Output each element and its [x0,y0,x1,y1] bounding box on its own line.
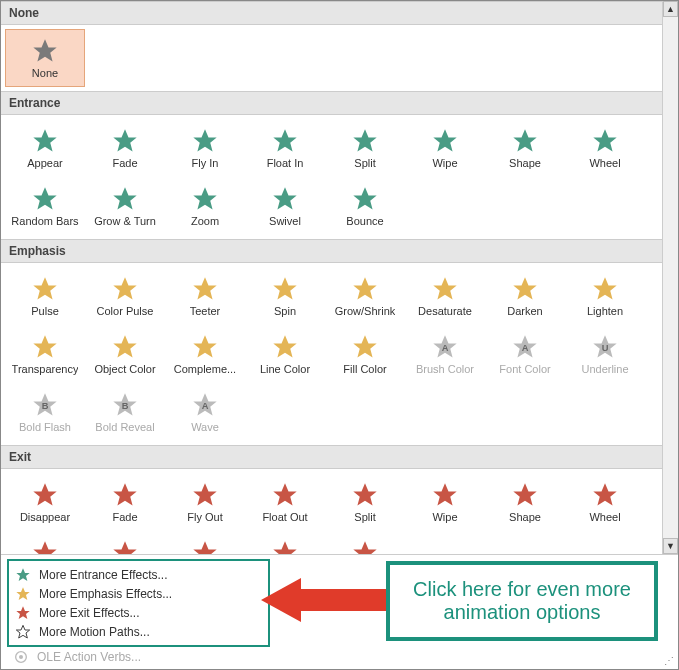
anim-entrance-bounce[interactable]: Bounce [325,177,405,235]
svg-marker-44 [433,483,456,505]
anim-emphasis-underline[interactable]: UUnderline [565,325,645,383]
anim-emphasis-pulse[interactable]: Pulse [5,267,85,325]
svg-marker-40 [113,483,136,505]
anim-exit-split[interactable]: Split [325,473,405,531]
anim-emphasis-spin[interactable]: Spin [245,267,325,325]
anim-label: Spin [274,305,296,317]
anim-label: Desaturate [418,305,472,317]
vertical-scrollbar[interactable]: ▲ ▼ [662,1,678,554]
anim-exit-shrink-turn[interactable]: Shrink & Tu... [85,531,165,554]
star-icon [511,481,539,509]
anim-emphasis-object-color[interactable]: Object Color [85,325,165,383]
anim-exit-fly-out[interactable]: Fly Out [165,473,245,531]
anim-label: Wipe [432,157,457,169]
resize-grip-icon[interactable]: ⋰ [664,655,676,667]
anim-emphasis-lighten[interactable]: Lighten [565,267,645,325]
anim-emphasis-compleme[interactable]: Compleme... [165,325,245,383]
anim-exit-shape[interactable]: Shape [485,473,565,531]
more-emphasis-effects[interactable]: More Emphasis Effects... [15,585,262,603]
svg-text:U: U [602,343,609,353]
anim-entrance-grow-turn[interactable]: Grow & Turn [85,177,165,235]
anim-exit-random-bars[interactable]: Random Bars [5,531,85,554]
svg-marker-55 [16,625,29,638]
anim-entrance-appear[interactable]: Appear [5,119,85,177]
anim-label: Disappear [20,511,70,523]
anim-entrance-split[interactable]: Split [325,119,405,177]
star-icon [431,481,459,509]
anim-entrance-random-bars[interactable]: Random Bars [5,177,85,235]
anim-entrance-wipe[interactable]: Wipe [405,119,485,177]
anim-emphasis-transparency[interactable]: Transparency [5,325,85,383]
anim-exit-swivel[interactable]: Swivel [245,531,325,554]
anim-emphasis-wave[interactable]: AWave [165,383,245,441]
more-exit-effects[interactable]: More Exit Effects... [15,604,262,622]
anim-label: Bounce [346,215,383,227]
anim-emphasis-teeter[interactable]: Teeter [165,267,245,325]
anim-none-none[interactable]: None [5,29,85,87]
svg-marker-20 [513,277,536,299]
anim-label: Float Out [262,511,307,523]
anim-exit-float-out[interactable]: Float Out [245,473,325,531]
anim-label: Zoom [191,215,219,227]
anim-exit-bounce[interactable]: Bounce [325,531,405,554]
star-icon [31,185,59,213]
more-motion-label: More Motion Paths... [39,625,150,639]
star-icon [111,481,139,509]
anim-exit-zoom[interactable]: Zoom [165,531,245,554]
svg-marker-54 [16,606,29,619]
star-icon [191,275,219,303]
star-icon [191,185,219,213]
anim-label: Pulse [31,305,59,317]
anim-label: Swivel [269,215,301,227]
anim-label: Font Color [499,363,550,375]
anim-emphasis-bold-reveal[interactable]: BBold Reveal [85,383,165,441]
anim-exit-disappear[interactable]: Disappear [5,473,85,531]
more-exit-label: More Exit Effects... [39,606,139,620]
anim-exit-wipe[interactable]: Wipe [405,473,485,531]
anim-entrance-float-in[interactable]: Float In [245,119,325,177]
svg-marker-21 [593,277,616,299]
anim-label: Line Color [260,363,310,375]
svg-marker-24 [193,335,216,357]
anim-entrance-zoom[interactable]: Zoom [165,177,245,235]
anim-label: Fade [112,157,137,169]
scroll-down-button[interactable]: ▼ [663,538,678,554]
more-entrance-effects[interactable]: More Entrance Effects... [15,566,262,584]
svg-marker-45 [513,483,536,505]
anim-label: Underline [581,363,628,375]
anim-entrance-shape[interactable]: Shape [485,119,565,177]
svg-marker-25 [273,335,296,357]
anim-label: Float In [267,157,304,169]
anim-exit-wheel[interactable]: Wheel [565,473,645,531]
scroll-up-button[interactable]: ▲ [663,1,678,17]
anim-emphasis-bold-flash[interactable]: BBold Flash [5,383,85,441]
anim-emphasis-brush-color[interactable]: ABrush Color [405,325,485,383]
anim-emphasis-desaturate[interactable]: Desaturate [405,267,485,325]
anim-label: Wipe [432,511,457,523]
more-motion-paths[interactable]: More Motion Paths... [15,623,262,641]
anim-exit-fade[interactable]: Fade [85,473,165,531]
svg-text:A: A [442,343,449,353]
svg-text:A: A [522,343,529,353]
anim-emphasis-font-color[interactable]: AFont Color [485,325,565,383]
anim-entrance-fly-in[interactable]: Fly In [165,119,245,177]
anim-entrance-swivel[interactable]: Swivel [245,177,325,235]
anim-emphasis-darken[interactable]: Darken [485,267,565,325]
anim-label: Fade [112,511,137,523]
star-icon [591,275,619,303]
svg-marker-53 [16,587,29,600]
anim-emphasis-fill-color[interactable]: Fill Color [325,325,405,383]
anim-entrance-wheel[interactable]: Wheel [565,119,645,177]
star-icon [271,333,299,361]
ole-action-verbs: OLE Action Verbs... [13,649,141,665]
star-icon [271,185,299,213]
anim-entrance-fade[interactable]: Fade [85,119,165,177]
anim-label: Random Bars [11,215,78,227]
anim-emphasis-grow-shrink[interactable]: Grow/Shrink [325,267,405,325]
svg-marker-1 [33,129,56,151]
anim-label: Fill Color [343,363,386,375]
star-icon [191,333,219,361]
anim-emphasis-line-color[interactable]: Line Color [245,325,325,383]
anim-label: Wheel [589,511,620,523]
anim-emphasis-color-pulse[interactable]: Color Pulse [85,267,165,325]
